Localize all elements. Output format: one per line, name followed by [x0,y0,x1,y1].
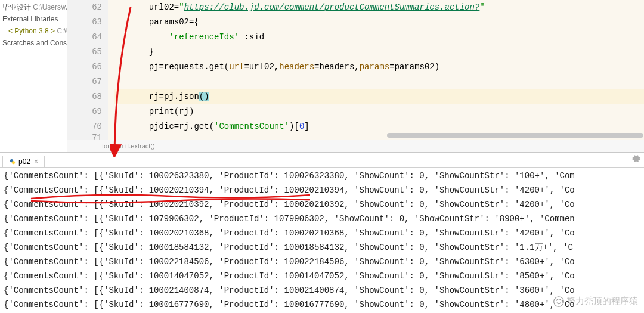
console-line: {'CommentsCount': [{'SkuId': 10002140087… [4,283,640,297]
code-editor[interactable]: url02="https://club.jd.com/comment/produ… [108,0,644,140]
project-sidebar[interactable]: 毕业设计 C:\Users\win.Li External Libraries … [0,0,67,152]
console-pane: p02 × {'CommentsCount': [{'SkuId': 10002… [0,153,644,313]
editor-pane: 毕业设计 C:\Users\win.Li External Libraries … [0,0,644,153]
breadcrumb[interactable]: for xt in tt.extract() [67,140,644,152]
sidebar-item-external-libs[interactable]: External Libraries [0,13,67,25]
console-line: {'CommentsCount': [{'SkuId': 10001404705… [4,269,640,283]
console-line: {'CommentsCount': [{'SkuId': 10002021039… [4,197,640,212]
console-line: {'CommentsCount': [{'SkuId': 10002021039… [4,183,640,197]
console-line: {'CommentsCount': [{'SkuId': 10002021036… [4,226,640,240]
code-line-69[interactable]: print(rj) [114,104,644,119]
sidebar-item-project[interactable]: 毕业设计 C:\Users\win.Li [0,1,67,13]
console-line: {'CommentsCount': [{'SkuId': 1079906302,… [4,212,640,226]
code-line-64[interactable]: 'referenceIds' :sid [114,30,644,45]
code-line-65[interactable]: } [114,45,644,60]
console-line: {'CommentsCount': [{'SkuId': 10001858413… [4,240,640,255]
sidebar-item-scratches[interactable]: Scratches and Consoles [0,37,67,49]
console-line: {'CommentsCount': [{'SkuId': 10002218450… [4,255,640,269]
close-icon[interactable]: × [34,157,38,166]
code-line-70[interactable]: pjdic=rj.get('CommentsCount')[0] [114,119,644,134]
console-line: {'CommentsCount': [{'SkuId': 10001677769… [4,297,640,312]
console-tab-row: p02 × [0,153,644,168]
svg-point-1 [12,161,15,164]
code-line-68[interactable]: rj=pj.json() [114,89,644,104]
code-line-66[interactable]: pj=requests.get(url=url02,headers=header… [114,60,644,75]
python-file-icon [9,158,16,165]
line-gutter: 62 63 64 65 66 67 68 69 70 71 [67,0,108,140]
console-line: {'CommentsCount': [{'SkuId': 10002632338… [4,169,640,183]
gear-icon[interactable] [632,154,640,163]
code-line-67[interactable] [114,75,644,89]
code-line-63[interactable]: params02={ [114,15,644,30]
code-line-62[interactable]: url02="https://club.jd.com/comment/produ… [114,0,644,15]
horizontal-scrollbar[interactable] [387,133,643,138]
sidebar-item-python-sdk[interactable]: < Python 3.8 > C:\Use [0,25,67,37]
console-output[interactable]: {'CommentsCount': [{'SkuId': 10002632338… [0,168,644,313]
console-tab-p02[interactable]: p02 × [2,156,45,167]
